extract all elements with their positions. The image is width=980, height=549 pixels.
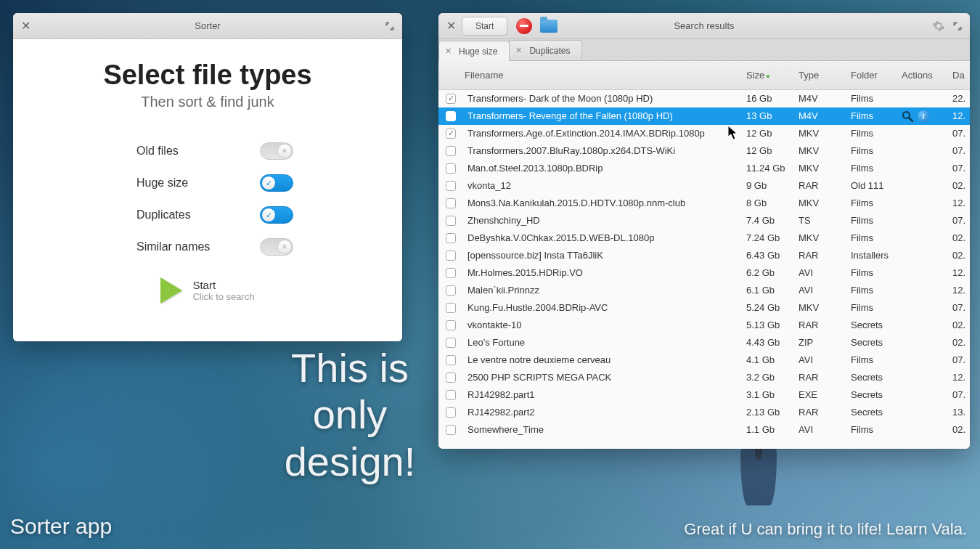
sorter-titlebar[interactable]: ✕ Sorter [13,13,402,39]
toggle-old files[interactable] [260,142,293,160]
close-icon[interactable]: ✕ [19,20,32,33]
row-checkbox[interactable] [446,303,456,313]
tab-huge size[interactable]: ✕Huge size [438,41,510,61]
cell-folder: Secrets [851,372,902,383]
cell-filename: Man.of.Steel.2013.1080p.BDRip [462,163,746,174]
table-row[interactable]: Le ventre notre deuxieme cerveau4.1 GbAV… [438,351,970,369]
row-checkbox[interactable] [446,111,456,121]
option-label: Old files [136,145,179,158]
info-icon[interactable]: i [918,110,929,122]
magnifier-icon[interactable] [902,110,913,122]
row-checkbox[interactable] [446,390,456,400]
cell-type: MKV [799,232,851,243]
col-type[interactable]: Type [799,70,851,81]
table-row[interactable]: Zhenshchiny_HD7.4 GbTSFilmsi07. [438,212,970,229]
cell-date: 12. [952,285,970,296]
cell-type: MKV [799,145,851,156]
maximize-icon[interactable] [383,20,396,33]
table-row[interactable]: Malen`kii.Prinnzz6.1 GbAVIFilmsi12. [438,282,970,299]
cell-date: 12. [952,110,970,121]
cell-date: 02. [952,180,970,191]
table-row[interactable]: RJ142982.part13.1 GbEXESecretsi07. [438,386,970,404]
col-filename[interactable]: Filename [462,70,746,81]
table-row[interactable]: Man.of.Steel.2013.1080p.BDRip11.24 GbMKV… [438,160,970,177]
row-checkbox[interactable] [446,268,456,278]
cell-size: 1.1 Gb [746,424,799,435]
col-size[interactable]: Size● [746,70,799,81]
cell-type: TS [799,215,851,226]
table-row[interactable]: Transformers.Age.of.Extinction.2014.IMAX… [438,125,970,142]
sorter-window: ✕ Sorter Select file types Then sort & f… [13,13,402,341]
row-checkbox[interactable] [446,407,456,418]
cell-filename: Transformers- Dark of the Moon (1080p HD… [462,93,746,104]
col-date[interactable]: Da [952,70,970,81]
maximize-icon[interactable] [951,20,964,33]
cell-filename: Kung.Fu.Hustle.2004.BDRip-AVC [462,302,746,313]
cell-folder: Secrets [851,320,902,330]
cell-folder: Films [851,93,902,104]
table-row[interactable]: Transformers- Revenge of the Fallen (108… [438,107,970,125]
results-titlebar[interactable]: ✕ Start Search results [438,13,970,39]
table-row[interactable]: Kung.Fu.Hustle.2004.BDRip-AVC5.24 GbMKVF… [438,299,970,317]
tab-duplicates[interactable]: ✕Duplicates [509,40,582,60]
cell-size: 12 Gb [746,145,799,156]
toolbar-start-button[interactable]: Start [462,17,507,36]
row-checkbox[interactable] [446,94,456,104]
start-button[interactable]: Start Click to search [42,277,373,304]
gear-icon [932,20,945,33]
tab-label: Huge size [459,46,497,57]
table-row[interactable]: RJ142982.part22.13 GbRARSecretsi13. [438,404,970,421]
row-checkbox[interactable] [446,163,456,174]
cell-size: 2.13 Gb [746,407,799,418]
row-checkbox[interactable] [446,216,456,226]
svg-line-3 [909,118,912,121]
row-checkbox[interactable] [446,233,456,243]
row-checkbox[interactable] [446,373,456,383]
table-row[interactable]: vkontakte-105.13 GbRARSecretsi02. [438,317,970,334]
row-checkbox[interactable] [446,355,456,365]
tab-close-icon[interactable]: ✕ [515,46,522,55]
toggle-duplicates[interactable] [260,206,293,224]
cell-date: 13. [952,407,970,418]
row-checkbox[interactable] [446,320,456,330]
table-row[interactable]: Mons3.Na.Kanikulah.2015.D.HDTV.1080p.nnm… [438,195,970,212]
row-checkbox[interactable] [446,129,456,139]
column-headers: Filename Size● Type Folder Actions Da [438,61,970,90]
table-row[interactable]: Leo's Fortune4.43 GbZIPSecretsi02. [438,334,970,351]
cell-type: AVI [799,354,851,365]
delete-button[interactable] [515,17,534,36]
cell-date: 12. [952,267,970,278]
table-row[interactable]: Transformers- Dark of the Moon (1080p HD… [438,90,970,107]
table-row[interactable]: 2500 PHP SCRIPTS MEGA PACK3.2 GbRARSecre… [438,369,970,386]
table-row[interactable]: Mr.Holmes.2015.HDRip.VO6.2 GbAVIFilmsi12… [438,264,970,282]
tab-close-icon[interactable]: ✕ [445,46,452,56]
sorter-subheading: Then sort & find junk [42,94,373,110]
cell-filename: Malen`kii.Prinnzz [462,285,746,296]
table-row[interactable]: vkonta_129 GbRAROld 111i02. [438,177,970,195]
toggle-similar names[interactable] [260,238,293,256]
cell-type: AVI [799,285,851,296]
close-icon[interactable]: ✕ [444,20,457,33]
table-row[interactable]: Transformers.2007.BluRay.1080p.x264.DTS-… [438,142,970,160]
toggle-huge size[interactable] [260,174,293,192]
table-row[interactable]: DeByshka.V.0Chkax.2015.D.WEB-DL.1080p7.2… [438,229,970,247]
row-checkbox[interactable] [446,198,456,208]
cell-size: 7.4 Gb [746,215,799,226]
table-row[interactable]: Somewhere_Time1.1 GbAVIFilmsi02. [438,421,970,439]
open-folder-button[interactable] [539,17,558,36]
settings-button[interactable] [929,17,948,36]
row-checkbox[interactable] [446,251,456,261]
cell-folder: Films [851,285,902,296]
table-row[interactable]: [openssource.biz] Insta TTa6JliK6.43 GbR… [438,247,970,264]
row-checkbox[interactable] [446,425,456,435]
cell-type: ZIP [799,337,851,348]
row-checkbox[interactable] [446,338,456,348]
sorter-title: Sorter [13,20,402,31]
row-checkbox[interactable] [446,181,456,191]
cell-filename: Leo's Fortune [462,337,746,348]
row-checkbox[interactable] [446,285,456,296]
col-folder[interactable]: Folder [851,70,902,81]
cell-filename: Le ventre notre deuxieme cerveau [462,354,746,365]
cell-date: 07. [952,302,970,313]
row-checkbox[interactable] [446,146,456,156]
